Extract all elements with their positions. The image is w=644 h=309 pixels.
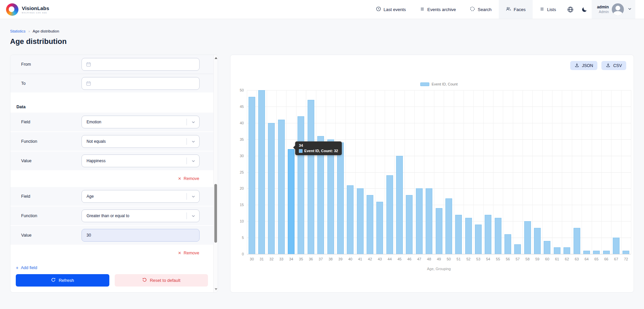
remove-row-2: ✕ Remove: [10, 245, 213, 261]
x-gridline: [621, 90, 622, 254]
breadcrumb-statistics-link[interactable]: Statistics: [10, 29, 25, 33]
download-csv-button[interactable]: CSV: [601, 61, 626, 70]
panel-scrollbar[interactable]: [213, 55, 218, 292]
user-menu[interactable]: admin Admin: [592, 0, 635, 19]
bar-age-32[interactable]: [268, 123, 275, 254]
nav-item-search[interactable]: Search: [463, 0, 498, 19]
bar-age-47[interactable]: [416, 188, 423, 254]
x-axis-tick-label: 58: [526, 257, 530, 261]
nav-label: Events archive: [427, 7, 456, 12]
bar-age-63[interactable]: [574, 228, 580, 254]
x-gridline: [562, 90, 562, 254]
breadcrumb-current: Age distribution: [33, 29, 59, 33]
scroll-down-arrow-icon[interactable]: [215, 288, 217, 290]
bar-age-60[interactable]: [544, 241, 550, 254]
bar-age-50[interactable]: [445, 198, 452, 254]
to-date-input[interactable]: [82, 77, 200, 90]
bar-age-66[interactable]: [603, 251, 610, 254]
x-gridline: [326, 90, 326, 254]
bar-age-41[interactable]: [357, 188, 364, 254]
bar-age-45[interactable]: [396, 156, 403, 254]
remove-filter-button-2[interactable]: ✕ Remove: [178, 251, 199, 255]
reset-to-default-button[interactable]: Reset to default: [115, 274, 208, 287]
function-select-2[interactable]: Greater than or equal to: [82, 209, 200, 222]
select-value: Not equals: [87, 139, 106, 144]
x-axis-tick-label: 31: [260, 257, 264, 261]
chart-tooltip: 34 Event ID, Count: 32: [295, 141, 342, 155]
nav-item-lists[interactable]: Lists: [533, 0, 563, 19]
bar-age-51[interactable]: [455, 215, 462, 254]
bar-age-62[interactable]: [564, 247, 570, 254]
bar-age-58[interactable]: [524, 221, 531, 254]
select-value: Age: [87, 194, 94, 199]
chart-panel: JSON CSV Event ID, Count 051015202530354…: [230, 55, 634, 293]
value-label: Value: [10, 159, 82, 163]
bar-age-64[interactable]: [583, 251, 590, 254]
bar-age-56[interactable]: [504, 234, 511, 254]
bar-age-48[interactable]: [426, 188, 432, 254]
field-select-2[interactable]: Age: [82, 190, 200, 203]
nav-item-last-events[interactable]: Last events: [369, 0, 413, 19]
download-json-button[interactable]: JSON: [570, 61, 597, 70]
bar-age-38[interactable]: [327, 139, 334, 254]
dark-mode-moon-icon[interactable]: [578, 0, 592, 19]
function-select-1[interactable]: Not equals: [82, 135, 200, 148]
bar-age-42[interactable]: [367, 195, 373, 254]
x-gridline: [611, 90, 611, 254]
download-icon: [575, 63, 579, 68]
bar-age-53[interactable]: [475, 225, 482, 254]
brand[interactable]: VisionLabs MACHINES CAN SEE: [6, 3, 49, 16]
refresh-button[interactable]: Refresh: [16, 274, 109, 287]
x-gridline: [414, 90, 415, 254]
y-gridline: 45: [247, 107, 631, 107]
bar-age-52[interactable]: [465, 218, 472, 254]
scroll-up-arrow-icon[interactable]: [215, 57, 217, 59]
x-axis-tick-label: 55: [496, 257, 500, 261]
bar-age-36[interactable]: [308, 100, 314, 254]
visionlabs-logo-icon: [6, 3, 18, 16]
bar-age-59[interactable]: [534, 228, 541, 254]
y-axis-tick-label: 30: [240, 154, 244, 158]
x-axis-tick-label: 63: [575, 257, 579, 261]
bar-age-49[interactable]: [436, 208, 442, 254]
bar-age-55[interactable]: [495, 218, 501, 254]
bar-age-35[interactable]: [298, 116, 304, 254]
nav-item-events-archive[interactable]: Events archive: [413, 0, 463, 19]
bar-age-39[interactable]: [337, 142, 344, 254]
x-gridline: [601, 90, 602, 254]
value-select-1[interactable]: Happiness: [82, 154, 200, 167]
x-gridline: [257, 90, 257, 254]
from-date-input[interactable]: [82, 58, 200, 71]
bar-age-54[interactable]: [485, 215, 491, 254]
x-axis-tick-label: 67: [614, 257, 618, 261]
bar-age-46[interactable]: [406, 195, 413, 254]
remove-filter-button-1[interactable]: ✕ Remove: [178, 176, 199, 181]
chevron-down-icon: [191, 159, 196, 164]
bar-age-43[interactable]: [376, 202, 383, 254]
bar-age-67[interactable]: [613, 238, 620, 254]
language-globe-icon[interactable]: [563, 0, 578, 19]
bar-age-30[interactable]: [249, 97, 255, 254]
bar-age-61[interactable]: [554, 247, 560, 254]
y-axis-tick-label: 40: [240, 121, 244, 125]
bar-age-57[interactable]: [514, 244, 521, 254]
bar-age-34[interactable]: [288, 149, 294, 254]
add-field-button[interactable]: + Add field: [16, 265, 37, 270]
bar-age-31[interactable]: [258, 90, 265, 254]
breadcrumb-separator: ›: [29, 29, 30, 33]
bar-age-72[interactable]: [623, 251, 629, 254]
value-input-2[interactable]: 30: [82, 229, 200, 242]
nav-item-faces[interactable]: Faces: [499, 0, 533, 19]
bar-age-44[interactable]: [386, 175, 393, 254]
x-gridline: [405, 90, 405, 254]
field-select-1[interactable]: Emotion: [82, 116, 200, 128]
x-axis-tick-label: 60: [545, 257, 549, 261]
x-axis-tick-label: 49: [437, 257, 441, 261]
y-axis-tick-label: 10: [240, 219, 244, 223]
scrollbar-thumb[interactable]: [214, 184, 217, 243]
bar-age-40[interactable]: [347, 185, 354, 254]
value-label: Value: [10, 233, 82, 238]
bar-age-33[interactable]: [278, 120, 285, 254]
bar-age-65[interactable]: [593, 251, 600, 254]
chart-legend[interactable]: Event ID, Count: [247, 82, 631, 86]
